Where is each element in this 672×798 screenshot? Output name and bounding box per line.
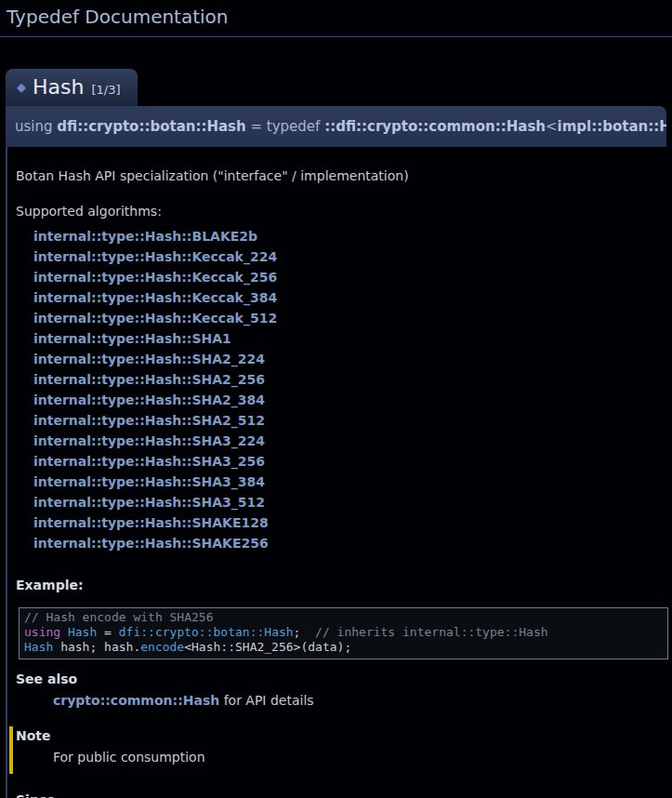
code-text: hash; hash. — [53, 640, 140, 654]
code-line: using Hash = dfi::crypto::botan::Hash; /… — [24, 625, 663, 640]
see-also-content: crypto::common::Hash for API details — [53, 693, 670, 708]
member-prototype: using dfi::crypto::botan::Hash = typedef… — [6, 106, 666, 147]
example-section: Example: — [16, 578, 670, 592]
list-item: internal::type::Hash::SHA3_224 — [16, 431, 670, 451]
algorithm-link[interactable]: internal::type::Hash::SHA3_224 — [33, 433, 265, 448]
code-link-hash[interactable]: Hash — [68, 625, 97, 639]
proto-using-keyword: using — [15, 118, 57, 135]
member-description: Botan Hash API specialization ("interfac… — [16, 168, 670, 183]
proto-template-arg: impl::botan::Hash — [558, 118, 666, 135]
page-title: Typedef Documentation — [0, 0, 672, 37]
code-text: ; — [294, 625, 315, 639]
algorithm-link[interactable]: internal::type::Hash::BLAKE2b — [33, 229, 257, 244]
algorithm-link[interactable]: internal::type::Hash::SHA3_384 — [33, 474, 265, 489]
supported-algorithms-label: Supported algorithms: — [16, 204, 670, 219]
proto-equals-typedef: = typedef — [246, 118, 324, 135]
since-section: Since docker-finance 1.0.0 — [16, 792, 670, 798]
typedef-documentation-page: Typedef Documentation ◆Hash[1/3] using d… — [0, 0, 672, 798]
code-text: <Hash::SHA2_256>(data); — [184, 640, 351, 654]
code-keyword: using — [24, 625, 68, 639]
permalink-diamond-icon[interactable]: ◆ — [17, 80, 26, 94]
list-item: internal::type::Hash::Keccak_384 — [16, 287, 670, 308]
list-item: internal::type::Hash::SHA2_224 — [16, 349, 670, 369]
code-comment: // Hash encode with SHA256 — [24, 610, 214, 624]
list-item: internal::type::Hash::SHA2_256 — [16, 369, 670, 390]
code-block: // Hash encode with SHA256 using Hash = … — [19, 607, 668, 659]
example-label: Example: — [16, 578, 670, 592]
code-line: // Hash encode with SHA256 — [24, 610, 663, 625]
algorithm-link[interactable]: internal::type::Hash::Keccak_512 — [33, 311, 277, 326]
list-item: internal::type::Hash::SHA3_512 — [16, 492, 670, 512]
list-item: internal::type::Hash::SHAKE256 — [16, 533, 670, 553]
code-text: = — [97, 625, 118, 639]
code-link-encode[interactable]: encode — [140, 640, 184, 654]
see-also-text: for API details — [219, 693, 313, 708]
see-also-label: See also — [16, 672, 670, 686]
list-item: internal::type::Hash::SHA3_384 — [16, 472, 670, 492]
member-title-tab: ◆Hash[1/3] — [6, 69, 138, 106]
proto-base-type: ::dfi::crypto::common::Hash — [324, 118, 546, 135]
proto-typedef-name: dfi::crypto::botan::Hash — [57, 118, 245, 135]
algorithm-link[interactable]: internal::type::Hash::SHA2_384 — [33, 392, 265, 407]
code-link-botan-hash[interactable]: dfi::crypto::botan::Hash — [119, 625, 294, 639]
note-section: Note For public consumption — [9, 726, 670, 774]
list-item: internal::type::Hash::BLAKE2b — [16, 226, 670, 246]
algorithm-link[interactable]: internal::type::Hash::SHA3_512 — [33, 495, 265, 510]
proto-template-open: < — [546, 118, 558, 135]
code-link-hash[interactable]: Hash — [24, 640, 53, 654]
see-also-section: See also crypto::common::Hash for API de… — [16, 672, 670, 708]
algorithm-link[interactable]: internal::type::Hash::SHA1 — [33, 331, 231, 346]
list-item: internal::type::Hash::Keccak_256 — [16, 267, 670, 287]
list-item: internal::type::Hash::SHA1 — [16, 328, 670, 349]
member-name: Hash — [33, 75, 84, 99]
list-item: internal::type::Hash::SHA2_512 — [16, 410, 670, 431]
supported-algorithms-list: internal::type::Hash::BLAKE2b internal::… — [16, 226, 670, 553]
note-label: Note — [16, 728, 670, 743]
algorithm-link[interactable]: internal::type::Hash::SHAKE256 — [33, 536, 269, 551]
list-item: internal::type::Hash::Keccak_224 — [16, 246, 670, 267]
member-overload-index: [1/3] — [91, 83, 120, 97]
since-label: Since — [16, 792, 670, 798]
algorithm-link[interactable]: internal::type::Hash::SHA2_256 — [33, 372, 265, 387]
code-comment: // inherits internal::type::Hash — [315, 625, 547, 639]
list-item: internal::type::Hash::Keccak_512 — [16, 308, 670, 328]
typedef-hash-member: ◆Hash[1/3] using dfi::crypto::botan::Has… — [0, 37, 672, 798]
code-line: Hash hash; hash.encode<Hash::SHA2_256>(d… — [24, 640, 663, 655]
note-content: For public consumption — [53, 750, 670, 765]
algorithm-link[interactable]: internal::type::Hash::Keccak_384 — [33, 290, 277, 305]
list-item: internal::type::Hash::SHAKE128 — [16, 512, 670, 533]
list-item: internal::type::Hash::SHA3_256 — [16, 451, 670, 472]
algorithm-link[interactable]: internal::type::Hash::SHAKE128 — [33, 515, 269, 530]
algorithm-link[interactable]: internal::type::Hash::Keccak_224 — [33, 249, 277, 264]
list-item: internal::type::Hash::SHA2_384 — [16, 390, 670, 410]
algorithm-link[interactable]: internal::type::Hash::Keccak_256 — [33, 270, 277, 285]
algorithm-link[interactable]: internal::type::Hash::SHA3_256 — [33, 454, 265, 469]
algorithm-link[interactable]: internal::type::Hash::SHA2_224 — [33, 352, 265, 366]
see-also-link[interactable]: crypto::common::Hash — [53, 693, 219, 708]
member-documentation: Botan Hash API specialization ("interfac… — [6, 147, 672, 798]
algorithm-link[interactable]: internal::type::Hash::SHA2_512 — [33, 413, 265, 428]
